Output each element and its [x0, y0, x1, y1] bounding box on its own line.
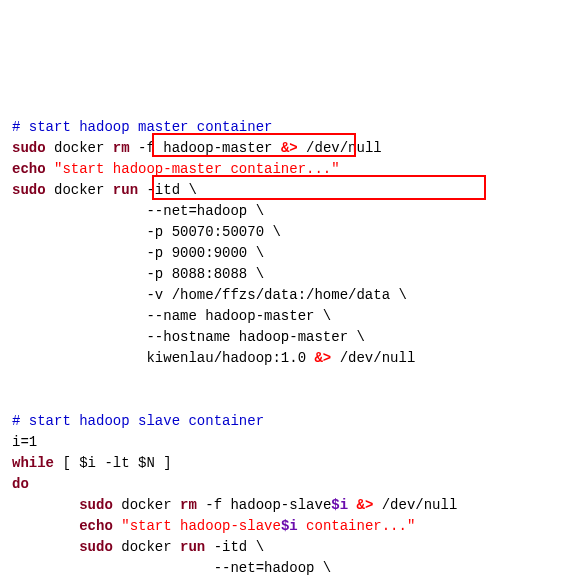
txt: /dev/null [298, 140, 382, 156]
pad [12, 518, 79, 534]
kw-sudo: sudo [79, 497, 113, 513]
txt: --hostname hadoop-master \ [12, 329, 365, 345]
kw-sudo: sudo [12, 140, 46, 156]
txt: -f hadoop-slave [197, 497, 331, 513]
op-redir: &> [348, 497, 373, 513]
kw-run: run [113, 182, 138, 198]
txt: [ $i -lt $N ] [54, 455, 172, 471]
txt: docker [113, 539, 180, 555]
pad [12, 539, 79, 555]
kw-sudo: sudo [79, 539, 113, 555]
kw-rm: rm [180, 497, 197, 513]
txt: -v /home/ffzs/data:/home/data \ [12, 287, 407, 303]
op-redir: &> [281, 140, 298, 156]
txt: --net=hadoop \ [12, 560, 331, 576]
op-redir: &> [314, 350, 331, 366]
txt: i=1 [12, 434, 37, 450]
string: container..." [298, 518, 416, 534]
txt: kiwenlau/hadoop:1.0 [12, 350, 314, 366]
pad [12, 497, 79, 513]
txt: -p 9000:9000 \ [12, 245, 264, 261]
code-block: # start hadoop master container sudo doc… [12, 96, 576, 582]
txt: -f hadoop-master [130, 140, 281, 156]
txt: /dev/null [331, 350, 415, 366]
txt: -itd \ [138, 182, 197, 198]
txt: -p 50070:50070 \ [12, 224, 281, 240]
comment: # start hadoop slave container [12, 413, 264, 429]
kw-run: run [180, 539, 205, 555]
comment: # start hadoop master container [12, 119, 272, 135]
kw-while: while [12, 455, 54, 471]
kw-sudo: sudo [12, 182, 46, 198]
string: "start hadoop-master container..." [54, 161, 340, 177]
kw-rm: rm [113, 140, 130, 156]
txt: /dev/null [373, 497, 457, 513]
txt: --net=hadoop \ [12, 203, 264, 219]
txt: docker [46, 182, 113, 198]
var: $i [281, 518, 298, 534]
txt: docker [46, 140, 113, 156]
kw-echo: echo [12, 161, 54, 177]
txt: -itd \ [205, 539, 264, 555]
kw-echo: echo [79, 518, 121, 534]
kw-do: do [12, 476, 29, 492]
txt: --name hadoop-master \ [12, 308, 331, 324]
string: "start hadoop-slave [121, 518, 281, 534]
txt: docker [113, 497, 180, 513]
var: $i [331, 497, 348, 513]
txt: -p 8088:8088 \ [12, 266, 264, 282]
